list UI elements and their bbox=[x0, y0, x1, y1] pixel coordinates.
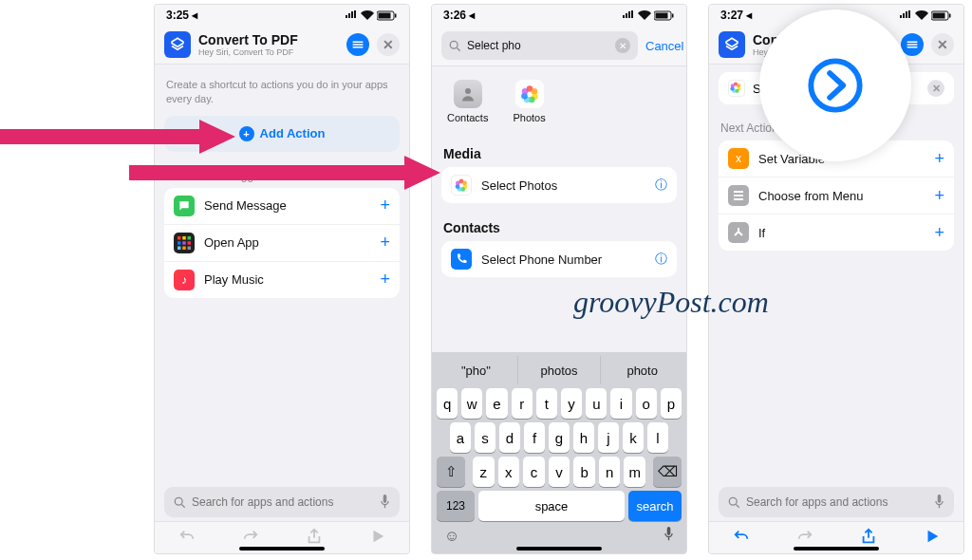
key-e[interactable]: e bbox=[486, 388, 507, 419]
key-h[interactable]: h bbox=[573, 422, 594, 453]
key-x[interactable]: x bbox=[498, 457, 520, 487]
clear-icon[interactable]: ✕ bbox=[615, 38, 630, 53]
category-contacts[interactable]: Contacts bbox=[447, 80, 488, 123]
select-phone-row[interactable]: Select Phone Number ⓘ bbox=[441, 241, 677, 277]
search-icon bbox=[728, 496, 740, 509]
play-button[interactable] bbox=[369, 528, 386, 549]
prediction[interactable]: photos bbox=[518, 356, 602, 384]
suggestion-row[interactable]: Open App + bbox=[164, 225, 400, 262]
suggestion-row[interactable]: ♪ Play Music + bbox=[164, 262, 400, 298]
svg-point-0 bbox=[811, 61, 859, 109]
key-y[interactable]: y bbox=[561, 388, 582, 419]
search-input[interactable] bbox=[467, 39, 609, 52]
svg-rect-6 bbox=[188, 236, 192, 240]
category-label: Contacts bbox=[447, 112, 488, 123]
settings-button[interactable] bbox=[346, 33, 369, 56]
hint-text: Create a shortcut to actions you do in y… bbox=[166, 78, 398, 106]
key-a[interactable]: a bbox=[450, 422, 471, 453]
play-button[interactable] bbox=[924, 528, 941, 549]
mic-icon[interactable] bbox=[934, 495, 944, 510]
svg-rect-12 bbox=[188, 246, 192, 250]
backspace-key[interactable]: ⌫ bbox=[653, 457, 682, 487]
svg-rect-9 bbox=[188, 241, 192, 245]
search-input[interactable] bbox=[746, 495, 928, 509]
chip-remove-icon[interactable]: ✕ bbox=[927, 80, 944, 97]
key-u[interactable]: u bbox=[586, 388, 607, 419]
row-label: Select Photos bbox=[481, 178, 645, 193]
prediction[interactable]: "pho" bbox=[435, 356, 518, 384]
prediction-bar: "pho" photos photo bbox=[435, 356, 683, 384]
status-bar: 3:26 ◂ bbox=[432, 5, 686, 26]
suggestions-list: Send Message + Open App + ♪ Play Music + bbox=[164, 188, 400, 298]
numbers-key[interactable]: 123 bbox=[437, 491, 475, 521]
photos-icon bbox=[515, 80, 544, 108]
key-l[interactable]: l bbox=[647, 422, 668, 453]
key-k[interactable]: k bbox=[623, 422, 644, 453]
share-button[interactable] bbox=[306, 528, 323, 549]
status-indicators bbox=[622, 10, 675, 21]
svg-rect-37 bbox=[949, 13, 951, 17]
add-icon[interactable]: + bbox=[380, 270, 390, 289]
key-t[interactable]: t bbox=[536, 388, 557, 419]
search-bar[interactable] bbox=[164, 487, 400, 517]
redo-button[interactable] bbox=[796, 528, 813, 549]
branch-icon bbox=[728, 222, 749, 243]
key-v[interactable]: v bbox=[549, 457, 570, 487]
screen-1: 3:25 ◂ Convert To PDF Hey Siri, Convert … bbox=[154, 4, 410, 554]
grid-icon bbox=[174, 233, 195, 253]
add-icon[interactable]: + bbox=[380, 196, 390, 215]
suggestion-row[interactable]: Choose from Menu + bbox=[719, 177, 954, 215]
undo-button[interactable] bbox=[733, 528, 750, 549]
category-photos[interactable]: Photos bbox=[513, 80, 545, 123]
mic-icon[interactable] bbox=[380, 495, 390, 510]
home-indicator bbox=[516, 547, 602, 551]
status-time: 3:25 ◂ bbox=[166, 9, 197, 22]
cancel-button[interactable]: Cancel bbox=[645, 39, 683, 53]
key-g[interactable]: g bbox=[549, 422, 570, 453]
space-key[interactable]: space bbox=[478, 491, 625, 521]
add-icon[interactable]: + bbox=[934, 149, 944, 169]
contacts-section-label: Contacts bbox=[443, 220, 675, 235]
key-w[interactable]: w bbox=[461, 388, 482, 419]
search-field[interactable]: ✕ bbox=[441, 31, 638, 60]
key-c[interactable]: c bbox=[523, 457, 545, 487]
emoji-key[interactable]: ☺ bbox=[444, 528, 459, 545]
search-key[interactable]: search bbox=[628, 491, 682, 521]
svg-point-44 bbox=[731, 84, 735, 87]
undo-button[interactable] bbox=[178, 528, 196, 549]
key-j[interactable]: j bbox=[598, 422, 619, 453]
key-s[interactable]: s bbox=[475, 422, 495, 453]
select-photos-row[interactable]: Select Photos ⓘ bbox=[441, 167, 677, 203]
close-button[interactable]: ✕ bbox=[377, 33, 400, 56]
header-title: Convert To PDF bbox=[198, 32, 298, 47]
info-icon[interactable]: ⓘ bbox=[655, 251, 667, 268]
key-f[interactable]: f bbox=[524, 422, 545, 453]
key-b[interactable]: b bbox=[573, 457, 595, 487]
key-m[interactable]: m bbox=[624, 457, 645, 487]
add-icon[interactable]: + bbox=[934, 186, 944, 206]
key-p[interactable]: p bbox=[661, 388, 682, 419]
status-indicators bbox=[899, 10, 952, 21]
key-q[interactable]: q bbox=[437, 388, 458, 419]
key-i[interactable]: i bbox=[610, 388, 631, 419]
close-button[interactable]: ✕ bbox=[931, 33, 954, 56]
search-input[interactable] bbox=[192, 495, 374, 509]
redo-button[interactable] bbox=[242, 528, 259, 549]
svg-rect-2 bbox=[379, 12, 391, 18]
key-r[interactable]: r bbox=[512, 388, 533, 419]
key-d[interactable]: d bbox=[499, 422, 520, 453]
suggestion-label: If bbox=[758, 226, 925, 240]
share-button[interactable] bbox=[860, 528, 877, 549]
suggestion-row[interactable]: If + bbox=[719, 215, 954, 251]
key-n[interactable]: n bbox=[599, 457, 621, 487]
prediction[interactable]: photo bbox=[601, 356, 683, 384]
shift-key[interactable]: ⇧ bbox=[437, 457, 465, 487]
search-bar[interactable] bbox=[719, 487, 954, 517]
key-z[interactable]: z bbox=[473, 457, 495, 487]
key-o[interactable]: o bbox=[636, 388, 657, 419]
info-icon[interactable]: ⓘ bbox=[655, 177, 667, 194]
dictate-key[interactable] bbox=[664, 527, 674, 546]
shortcut-app-icon bbox=[164, 31, 191, 58]
add-icon[interactable]: + bbox=[934, 223, 944, 243]
add-icon[interactable]: + bbox=[380, 233, 390, 252]
